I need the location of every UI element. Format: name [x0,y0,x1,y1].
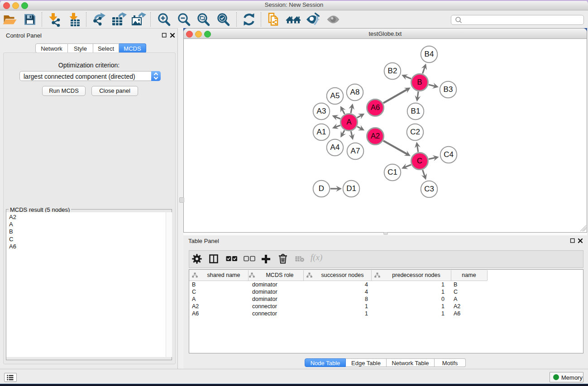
svg-text:A8: A8 [350,88,360,96]
svg-text:A6: A6 [371,103,380,111]
svg-text:A5: A5 [330,91,340,100]
svg-text:B3: B3 [444,85,453,94]
svg-text:A4: A4 [330,143,340,152]
svg-text:C3: C3 [424,185,434,193]
svg-text:C2: C2 [410,128,420,136]
svg-text:A7: A7 [351,147,360,155]
svg-text:D1: D1 [346,184,356,193]
svg-text:B1: B1 [411,107,421,115]
svg-text:A: A [346,118,351,126]
svg-text:C: C [417,157,422,165]
svg-text:C4: C4 [444,150,454,159]
svg-text:B4: B4 [425,50,434,58]
svg-text:A2: A2 [371,132,380,140]
svg-text:A1: A1 [317,128,326,136]
svg-text:B2: B2 [388,67,397,75]
svg-text:A3: A3 [317,107,326,115]
svg-text:B: B [417,78,422,86]
svg-text:C1: C1 [387,168,397,176]
svg-text:D: D [319,184,324,193]
